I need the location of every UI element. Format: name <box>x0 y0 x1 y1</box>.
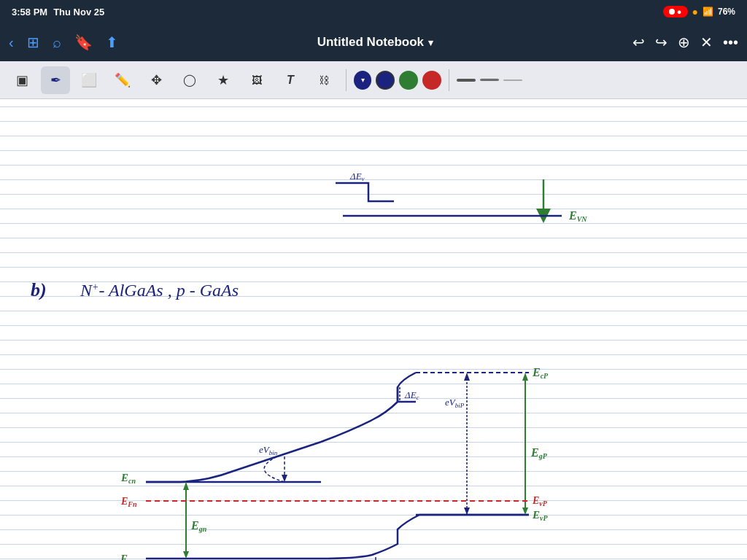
battery-display: 76% <box>718 7 735 17</box>
title-center: Untitled Notebook ▾ <box>317 35 433 50</box>
svg-text:ΔEc: ΔEc <box>404 389 419 401</box>
chevron-down-icon: ▾ <box>361 76 365 84</box>
title-bar: ‹ ⊞ ⌕ 🔖 ⬆ Untitled Notebook ▾ ↩ ↪ ⊕ ✕ ••… <box>0 23 747 61</box>
close-button[interactable]: ✕ <box>700 34 713 51</box>
orange-dot: ● <box>692 6 698 18</box>
toolbar-separator-2 <box>449 69 449 91</box>
add-page-button[interactable]: ⊕ <box>678 34 690 51</box>
svg-text:Egn: Egn <box>190 519 207 533</box>
back-button[interactable]: ‹ <box>9 34 14 51</box>
svg-text:eVbin: eVbin <box>259 444 278 456</box>
drawing-layer: EVN ΔEv b) N+- AlGaAs , p - GaAs EcP ΔEc <box>0 99 747 560</box>
notebook-canvas: (function() { const c = document.querySe… <box>0 99 747 560</box>
green-color[interactable] <box>399 71 418 90</box>
title-left: ‹ ⊞ ⌕ 🔖 ⬆ <box>9 34 118 51</box>
eraser-tool[interactable]: ⬜ <box>74 66 104 94</box>
color-dropdown-button[interactable]: ▾ <box>354 71 371 90</box>
notebook-title: Untitled Notebook <box>317 35 424 50</box>
more-button[interactable]: ••• <box>723 34 738 51</box>
record-dot <box>669 9 675 15</box>
svg-text:EgP: EgP <box>530 446 548 460</box>
time-display: 3:58 PM <box>12 7 47 18</box>
date-display: Thu Nov 25 <box>53 7 104 18</box>
sidebar-tool[interactable]: ▣ <box>7 66 36 94</box>
toolbar: ▣ ✒ ⬜ ✏️ ✥ ◯ ★ 🖼 T ⛓ ▾ <box>0 61 747 99</box>
undo-button[interactable]: ↩ <box>632 34 645 51</box>
svg-marker-23 <box>464 508 470 515</box>
title-right: ↩ ↪ ⊕ ✕ ••• <box>632 34 738 51</box>
svg-text:EcP: EcP <box>532 366 549 380</box>
pen-tool[interactable]: ✒ <box>41 66 70 94</box>
thick-line-style[interactable] <box>457 79 476 82</box>
wifi-icon: 📶 <box>703 7 713 17</box>
svg-text:Ecn: Ecn <box>120 472 136 485</box>
shape-tool[interactable]: ✥ <box>142 66 171 94</box>
dark-blue-color[interactable] <box>376 71 395 90</box>
svg-text:ΔEv: ΔEv <box>349 171 365 182</box>
svg-text:eVbiP: eVbiP <box>445 397 465 409</box>
text-tool[interactable]: T <box>276 66 305 94</box>
image-tool[interactable]: 🖼 <box>242 66 271 94</box>
svg-text:Evn: Evn <box>120 553 135 560</box>
svg-text:b): b) <box>31 279 47 300</box>
svg-marker-22 <box>464 373 470 381</box>
redo-button[interactable]: ↪ <box>655 34 667 51</box>
color-picker-group: ▾ <box>354 71 371 90</box>
highlighter-tool[interactable]: ✏️ <box>108 66 137 94</box>
link-tool[interactable]: ⛓ <box>309 66 338 94</box>
status-left: 3:58 PM Thu Nov 25 <box>12 7 104 18</box>
thin-line-style[interactable] <box>503 79 522 81</box>
share-button[interactable]: ⬆ <box>106 34 118 51</box>
svg-marker-25 <box>183 482 189 490</box>
svg-text:EvP: EvP <box>532 509 548 522</box>
toolbar-separator-1 <box>346 69 347 91</box>
svg-text:N+- AlGaAs ,   p - GaAs: N+- AlGaAs , p - GaAs <box>80 281 239 300</box>
svg-text:EVN: EVN <box>568 209 587 223</box>
record-button[interactable]: ● <box>663 6 688 18</box>
medium-line-style[interactable] <box>480 79 499 81</box>
svg-text:EFn: EFn <box>120 496 137 508</box>
svg-text:EvP: EvP <box>532 495 548 508</box>
star-tool[interactable]: ★ <box>209 66 238 94</box>
dropdown-chevron-icon[interactable]: ▾ <box>428 37 433 48</box>
svg-marker-29 <box>522 373 528 381</box>
svg-marker-26 <box>183 551 189 559</box>
record-label: ● <box>677 7 682 16</box>
svg-marker-30 <box>522 508 528 515</box>
bookmark-button[interactable]: 🔖 <box>74 34 93 51</box>
red-color[interactable] <box>422 71 441 90</box>
lasso-tool[interactable]: ◯ <box>175 66 204 94</box>
status-bar: 3:58 PM Thu Nov 25 ● ● 📶 76% <box>0 0 747 23</box>
grid-button[interactable]: ⊞ <box>27 34 39 51</box>
status-right: ● ● 📶 76% <box>663 6 735 18</box>
search-button[interactable]: ⌕ <box>53 34 61 51</box>
